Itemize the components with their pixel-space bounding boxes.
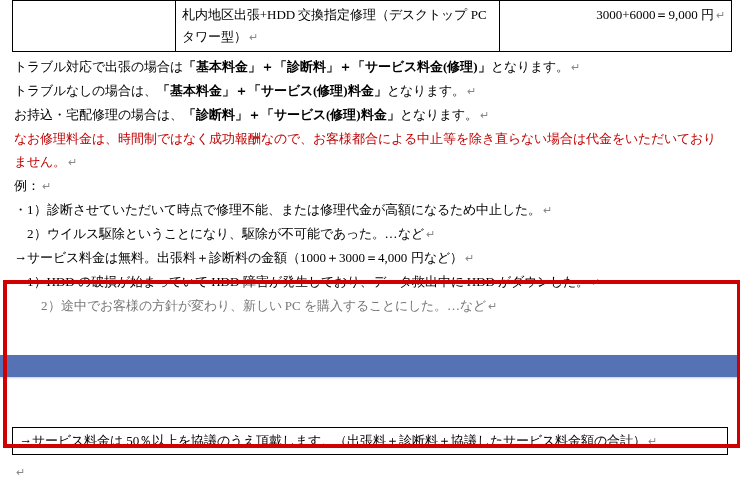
return-mark: ↵ (480, 109, 489, 121)
text: ・1）診断させていただいて時点で修理不能、または修理代金が高額になるため中止した… (14, 202, 541, 217)
text: トラブル対応で出張の場合は (14, 59, 183, 74)
text: 例： (14, 178, 40, 193)
table-cell: 3000+6000＝9,000 円↵ (499, 1, 731, 52)
text: となります。 (491, 59, 569, 74)
text: なお修理料金は、時間制ではなく成功報酬なので、お客様都合による中止等を除き直らな… (14, 131, 716, 168)
text: 2）ウイルス駆除ということになり、駆除が不可能であった。…など (14, 226, 424, 241)
paragraph: 2）ウイルス駆除ということになり、駆除が不可能であった。…など↵ (14, 223, 726, 245)
body-section: トラブル対応で出張の場合は「基本料金」＋「診断料」＋「サービス料金(修理)」とな… (14, 56, 726, 293)
return-mark: ↵ (716, 9, 725, 21)
return-mark: ↵ (467, 85, 476, 97)
table-cell: 札内地区出張+HDD 交換指定修理（デスクトップ PC タワー型）↵ (175, 1, 499, 52)
text: となります。 (400, 107, 478, 122)
paragraph: ・1）診断させていただいて時点で修理不能、または修理代金が高額になるため中止した… (14, 199, 726, 221)
return-mark: ↵ (591, 276, 600, 288)
paragraph: →サービス料金は無料。出張料＋診断料の金額（1000＋3000＝4,000 円な… (14, 247, 726, 269)
paragraph: ↵ (14, 461, 726, 483)
return-mark: ↵ (249, 31, 258, 43)
return-mark: ↵ (543, 204, 552, 216)
text: お持込・宅配修理の場合は、 (14, 107, 183, 122)
paragraph-cutoff: 2）途中でお客様の方針が変わり、新しい PC を購入することにした。…など↵ (0, 295, 740, 317)
text-bold: 「診断料」＋「サービス(修理)料金」 (183, 107, 400, 122)
paragraph: トラブルなしの場合は、「基本料金」＋「サービス(修理)料金」となります。↵ (14, 80, 726, 102)
table-cell (13, 1, 176, 52)
return-mark: ↵ (465, 252, 474, 264)
paragraph: ・1）HDD の破損が始まっていて HDD 障害が発生しており、データ救出中に … (14, 271, 726, 293)
return-mark: ↵ (426, 228, 435, 240)
text: トラブルなしの場合は、 (14, 83, 157, 98)
return-mark: ↵ (42, 180, 51, 192)
text: となります。 (387, 83, 465, 98)
text-bold: 「基本料金」＋「診断料」＋「サービス料金(修理)」 (183, 59, 491, 74)
text: →サービス料金は 50％以上を協議のうえ頂戴します。（出張料＋診断料＋協議したサ… (19, 433, 646, 448)
paragraph: お持込・宅配修理の場合は、「診断料」＋「サービス(修理)料金」となります。↵ (14, 104, 726, 126)
page-divider (0, 355, 740, 377)
return-mark: ↵ (68, 156, 77, 168)
paragraph: 例：↵ (14, 175, 726, 197)
return-mark: ↵ (16, 466, 25, 478)
text-bold: 「基本料金」＋「サービス(修理)料金」 (157, 83, 387, 98)
return-mark: ↵ (571, 61, 580, 73)
return-mark: ↵ (648, 435, 657, 447)
return-mark: ↵ (488, 300, 497, 312)
text: ・1）HDD の破損が始まっていて HDD 障害が発生しており、データ救出中に … (14, 274, 589, 289)
text: →サービス料金は無料。出張料＋診断料の金額（1000＋3000＝4,000 円な… (14, 250, 463, 265)
cell-text: 3000+6000＝9,000 円 (596, 7, 714, 22)
text: 2）途中でお客様の方針が変わり、新しい PC を購入することにした。…など (28, 298, 486, 313)
cell-text: 札内地区出張+HDD 交換指定修理（デスクトップ PC タワー型） (182, 7, 487, 44)
pricing-table: 札内地区出張+HDD 交換指定修理（デスクトップ PC タワー型）↵ 3000+… (12, 0, 732, 52)
paragraph: トラブル対応で出張の場合は「基本料金」＋「診断料」＋「サービス料金(修理)」とな… (14, 56, 726, 78)
footer-box: →サービス料金は 50％以上を協議のうえ頂戴します。（出張料＋診断料＋協議したサ… (12, 427, 728, 455)
table-row: 札内地区出張+HDD 交換指定修理（デスクトップ PC タワー型）↵ 3000+… (13, 1, 732, 52)
paragraph-warning: なお修理料金は、時間制ではなく成功報酬なので、お客様都合による中止等を除き直らな… (14, 128, 726, 172)
